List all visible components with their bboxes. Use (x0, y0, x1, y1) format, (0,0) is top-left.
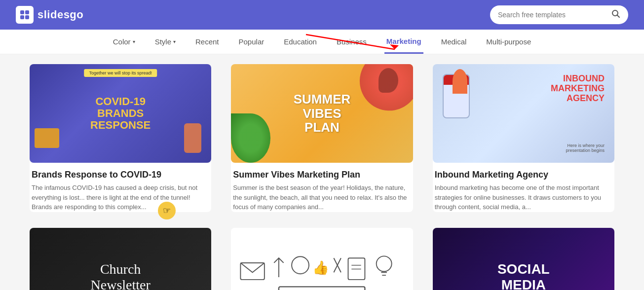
svg-line-5 (617, 15, 620, 18)
card-inbound[interactable]: INBOUND MARKETING AGENCY Here is where y… (433, 64, 614, 212)
card-doodles-bg: 👍 (231, 228, 413, 290)
nav-item-style[interactable]: Style ▾ (153, 31, 178, 53)
search-button[interactable] (611, 9, 620, 20)
summer-main-text: SUMMER VIBES PLAN (294, 92, 351, 135)
cursor-indicator: ☞ (158, 202, 176, 219)
card-covid-title: Brands Response to COVID-19 (30, 170, 211, 180)
card-social-bg: SOCIAL MEDIA (433, 228, 614, 290)
card-doodles[interactable]: 👍 (231, 228, 413, 290)
doodles-svg: 👍 (231, 228, 413, 290)
svg-point-17 (377, 256, 392, 271)
svg-rect-2 (20, 15, 24, 19)
inbound-main-text: INBOUND MARKETING AGENCY (551, 74, 605, 103)
nav-item-medical[interactable]: Medical (439, 31, 469, 53)
search-bar[interactable] (490, 5, 628, 24)
search-input[interactable] (498, 11, 607, 19)
svg-text:👍: 👍 (312, 259, 329, 276)
figure-icon (453, 69, 467, 94)
card-inbound-title: Inbound Marketing Agency (433, 170, 614, 180)
church-main-text: Church Newsletter (91, 261, 151, 290)
svg-rect-20 (279, 287, 365, 290)
covid-main-text: COVID-19 BRANDS RESPONSE (90, 96, 151, 132)
nav-wrapper: Color ▾ Style ▾ Recent Popular Education… (0, 30, 644, 54)
card-social-image: SOCIAL MEDIA (433, 228, 614, 290)
card-doodles-image: 👍 (231, 228, 413, 290)
hand-icon: ☞ (163, 205, 171, 216)
card-covid-desc: The infamous COVID-19 has caused a deep … (30, 183, 211, 212)
card-inbound-bg: INBOUND MARKETING AGENCY Here is where y… (433, 64, 614, 163)
card-covid[interactable]: Together we will stop its spread! COVID-… (30, 64, 211, 212)
nav: Color ▾ Style ▾ Recent Popular Education… (0, 30, 644, 54)
nav-item-multipurpose[interactable]: Multi-purpose (484, 31, 533, 53)
nav-item-education[interactable]: Education (282, 31, 319, 53)
logo-icon (16, 6, 34, 24)
svg-point-10 (292, 256, 309, 274)
card-inbound-desc: Inbound marketing has become one of the … (433, 183, 614, 212)
card-covid-image: Together we will stop its spread! COVID-… (30, 64, 211, 163)
card-summer-desc: Summer is the best season of the year! H… (231, 183, 413, 212)
header: slidesgo (0, 0, 644, 30)
main-content: Together we will stop its spread! COVID-… (0, 54, 644, 290)
card-summer[interactable]: SUMMER VIBES PLAN Summer Vibes Marketing… (231, 64, 413, 212)
nav-item-color[interactable]: Color ▾ (111, 31, 137, 53)
covid-phone-icon (184, 123, 201, 153)
logo-area[interactable]: slidesgo (16, 6, 83, 24)
card-covid-bg: Together we will stop its spread! COVID-… (30, 64, 211, 163)
svg-rect-0 (20, 10, 24, 14)
card-social[interactable]: SOCIAL MEDIA Social Media (433, 228, 614, 290)
tropical-leaf2-icon (231, 113, 270, 163)
card-church-image: Church Newsletter (30, 228, 211, 290)
inbound-sub-text: Here is where your presentation begins (566, 143, 605, 153)
logo-text: slidesgo (38, 8, 83, 21)
card-summer-image: SUMMER VIBES PLAN (231, 64, 413, 163)
app-container: slidesgo Color ▾ Style ▾ Recent Popul (0, 0, 644, 290)
nav-item-business[interactable]: Business (335, 31, 369, 53)
toucan-icon (379, 68, 398, 93)
card-inbound-image: INBOUND MARKETING AGENCY Here is where y… (433, 64, 614, 163)
card-church[interactable]: Church Newsletter Church (30, 228, 211, 290)
social-main-text: SOCIAL MEDIA (497, 261, 550, 290)
nav-item-recent[interactable]: Recent (193, 31, 221, 53)
color-caret-icon: ▾ (133, 39, 135, 44)
svg-rect-1 (25, 10, 29, 14)
covid-banner: Together we will stop its spread! (84, 69, 157, 77)
cards-grid: Together we will stop its spread! COVID-… (30, 64, 614, 290)
style-caret-icon: ▾ (173, 39, 176, 44)
nav-item-marketing[interactable]: Marketing (384, 30, 423, 54)
card-summer-bg: SUMMER VIBES PLAN (231, 64, 413, 163)
svg-rect-3 (25, 15, 29, 19)
card-summer-title: Summer Vibes Marketing Plan (231, 170, 413, 180)
nav-item-popular[interactable]: Popular (237, 31, 266, 53)
card-church-bg: Church Newsletter (30, 228, 211, 290)
covid-truck-icon (35, 128, 59, 148)
